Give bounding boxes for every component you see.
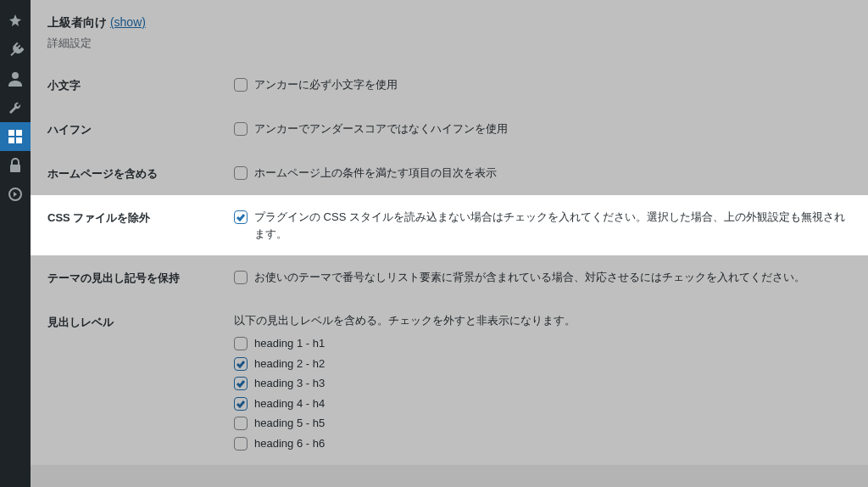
cb-label-h2: heading 2 - h2 [254,355,325,372]
check-icon [236,359,246,369]
sidebar-item-collapse[interactable] [0,180,31,209]
section-title: 上級者向け (show) [31,0,868,36]
sidebar-item-tools[interactable] [0,93,31,122]
checkbox-homepage[interactable] [234,166,248,180]
sidebar-item-settings[interactable] [0,122,31,151]
svg-rect-1 [8,130,14,136]
label-preserve-bullets: テーマの見出し記号を保持 [47,269,234,286]
sidebar-item-users[interactable] [0,64,31,93]
checkbox-h4[interactable] [234,397,248,411]
svg-rect-5 [10,165,20,172]
row-homepage: ホームページを含める ホームページ上の条件を満たす項目の目次を表示 [31,151,868,195]
svg-point-0 [12,72,19,79]
user-icon [7,70,24,87]
section-subtitle: 詳細設定 [31,36,868,63]
circle-icon [7,186,24,203]
sidebar-item-security[interactable] [0,151,31,180]
section-title-text: 上級者向け [47,15,107,29]
checkbox-hyphen[interactable] [234,122,248,136]
svg-rect-4 [16,137,22,143]
checkbox-lowercase[interactable] [234,78,248,92]
cb-label-hyphen: アンカーでアンダースコアではなくハイフンを使用 [254,120,508,137]
pin-icon [7,13,24,30]
checkbox-h2[interactable] [234,357,248,371]
label-homepage: ホームページを含める [47,165,234,182]
heading-levels-intro: 以下の見出しレベルを含める。チェックを外すと非表示になります。 [234,313,851,328]
check-icon [236,212,246,222]
cb-label-h6: heading 6 - h6 [254,435,325,452]
settings-icon [7,128,24,145]
cb-label-h4: heading 4 - h4 [254,395,325,412]
label-heading-levels: 見出しレベル [47,313,234,330]
cb-label-preserve-bullets: お使いのテーマで番号なしリスト要素に背景が含まれている場合、対応させるにはチェッ… [254,269,805,286]
sidebar-item-pin[interactable] [0,7,31,36]
checkbox-h5[interactable] [234,417,248,430]
admin-sidebar [0,0,31,487]
label-hyphen: ハイフン [47,120,234,137]
checkbox-h1[interactable] [234,337,248,350]
lock-icon [7,157,24,174]
cb-label-homepage: ホームページ上の条件を満たす項目の目次を表示 [254,165,497,182]
svg-rect-2 [16,130,22,136]
row-exclude-css: CSS ファイルを除外 プラグインの CSS スタイルを読み込まない場合はチェッ… [31,195,868,255]
checkbox-preserve-bullets[interactable] [234,271,248,284]
row-preserve-bullets: テーマの見出し記号を保持 お使いのテーマで番号なしリスト要素に背景が含まれている… [31,255,868,299]
show-link[interactable]: (show) [110,15,146,29]
check-icon [236,399,246,409]
cb-label-exclude-css: プラグインの CSS スタイルを読み込まない場合はチェックを入れてください。選択… [254,209,851,242]
cb-label-lowercase: アンカーに必ず小文字を使用 [254,76,398,93]
row-heading-levels: 見出しレベル 以下の見出しレベルを含める。チェックを外すと非表示になります。 h… [31,299,868,465]
cb-label-h3: heading 3 - h3 [254,375,325,392]
checkbox-exclude-css[interactable] [234,210,248,224]
check-icon [236,378,246,389]
cb-label-h5: heading 5 - h5 [254,415,325,432]
checkbox-h3[interactable] [234,377,248,390]
row-hyphen: ハイフン アンカーでアンダースコアではなくハイフンを使用 [31,107,868,151]
tools-icon [7,99,24,116]
svg-rect-3 [8,137,14,143]
row-lowercase: 小文字 アンカーに必ず小文字を使用 [31,63,868,107]
sidebar-item-plugins[interactable] [0,36,31,64]
checkbox-h6[interactable] [234,437,248,451]
plug-icon [7,42,24,59]
label-lowercase: 小文字 [47,76,234,93]
label-exclude-css: CSS ファイルを除外 [47,209,234,226]
settings-panel: 上級者向け (show) 詳細設定 小文字 アンカーに必ず小文字を使用 ハイフン [31,0,868,465]
cb-label-h1: heading 1 - h1 [254,335,325,352]
